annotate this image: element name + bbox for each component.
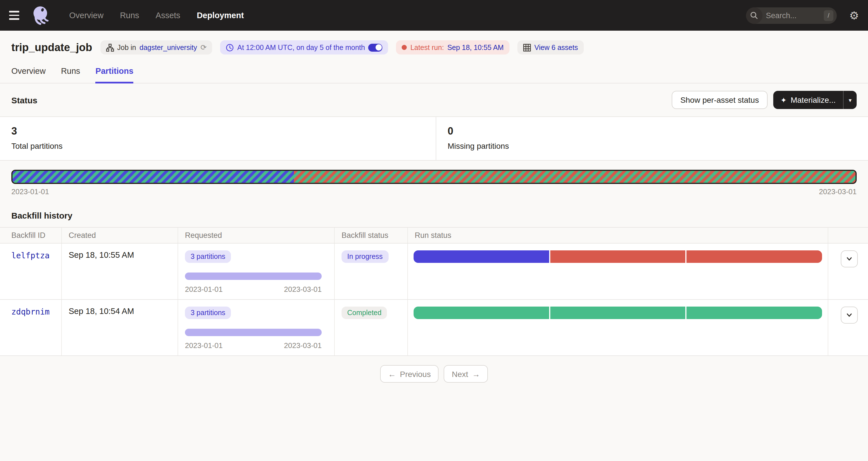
sparkle-icon: ✦: [780, 96, 786, 104]
col-created: Created: [61, 228, 178, 243]
expand-row-button[interactable]: [841, 307, 858, 324]
tab-overview[interactable]: Overview: [11, 66, 46, 83]
arrow-right-icon: →: [472, 369, 480, 378]
backfill-history-heading: Backfill history: [11, 211, 857, 220]
status-section-header: Status Show per-asset status ✦ Materiali…: [0, 83, 868, 116]
partition-status-bar[interactable]: [11, 170, 857, 184]
backfill-status-badge: Completed: [342, 307, 387, 319]
nav-item-runs[interactable]: Runs: [120, 11, 139, 20]
view-assets-badge: View 6 assets: [517, 40, 584, 55]
requested-range-bar: [185, 329, 322, 336]
run-segment-blue[interactable]: [413, 250, 549, 263]
requested-cell: 3 partitions 2023-01-01 2023-03-01: [178, 300, 334, 355]
col-backfill-id: Backfill ID: [0, 228, 61, 243]
previous-page-button[interactable]: ← Previous: [380, 365, 439, 383]
search-icon: [746, 7, 763, 24]
requested-end-date: 2023-03-01: [284, 285, 322, 293]
run-status-bar[interactable]: [413, 307, 822, 319]
requested-end-date: 2023-03-01: [284, 341, 322, 350]
partition-range-start: 2023-01-01: [11, 188, 49, 196]
job-location-badge: Job in dagster_university ⟳: [100, 40, 212, 55]
materialize-split-button: ✦ Materialize... ▾: [773, 91, 857, 109]
tab-runs[interactable]: Runs: [61, 66, 80, 83]
partition-overview: 2023-01-01 2023-03-01: [0, 161, 868, 196]
view-assets-link[interactable]: View 6 assets: [534, 44, 578, 51]
latest-run-badge: Latest run: Sep 18, 10:55 AM: [396, 40, 509, 55]
arrow-left-icon: ←: [388, 369, 396, 378]
partition-segment-inprogress-success[interactable]: [12, 171, 294, 183]
partitions-count-badge: 3 partitions: [185, 250, 231, 263]
materialize-dropdown-button[interactable]: ▾: [843, 91, 857, 109]
requested-start-date: 2023-01-01: [185, 341, 223, 350]
actions-cell: [828, 300, 868, 355]
stat-missing-partitions: 0 Missing partitions: [436, 117, 868, 160]
schedule-toggle[interactable]: [369, 44, 383, 51]
partitions-count-badge: 3 partitions: [185, 307, 231, 319]
search-placeholder: Search...: [766, 11, 824, 20]
backfill-id-link[interactable]: lelfptza: [11, 251, 50, 260]
settings-gear-icon[interactable]: ⚙: [849, 10, 859, 21]
missing-partitions-label: Missing partitions: [447, 141, 857, 150]
job-graph-icon: [106, 44, 114, 51]
job-header: trip_update_job Job in dagster_universit…: [0, 31, 868, 55]
run-failure-dot-icon: [402, 45, 407, 50]
menu-icon[interactable]: [9, 9, 24, 22]
dagster-app: Overview Runs Assets Deployment Search..…: [0, 0, 868, 461]
nav-item-overview[interactable]: Overview: [69, 11, 103, 20]
materialize-button[interactable]: ✦ Materialize...: [773, 91, 843, 109]
show-per-asset-status-button[interactable]: Show per-asset status: [672, 91, 767, 109]
job-tabs: Overview Runs Partitions: [0, 66, 868, 83]
latest-run-time-link[interactable]: Sep 18, 10:55 AM: [447, 44, 504, 51]
run-segment-green[interactable]: [413, 307, 549, 319]
created-cell: Sep 18, 10:55 AM: [61, 243, 178, 299]
backfill-table: Backfill ID Created Requested Backfill s…: [0, 227, 868, 356]
next-page-button[interactable]: Next →: [444, 365, 488, 383]
main-nav: Overview Runs Assets Deployment: [69, 11, 244, 20]
nav-item-assets[interactable]: Assets: [156, 11, 180, 20]
status-heading: Status: [11, 95, 37, 105]
job-in-label: Job in: [117, 44, 136, 51]
col-actions: [828, 228, 868, 243]
search-input[interactable]: Search... /: [746, 7, 837, 24]
expand-row-button[interactable]: [841, 250, 858, 267]
table-row: zdqbrnim Sep 18, 10:54 AM 3 partitions 2…: [0, 300, 868, 356]
col-requested: Requested: [178, 228, 334, 243]
assets-grid-icon: [523, 44, 531, 51]
created-cell: Sep 18, 10:54 AM: [61, 300, 178, 355]
col-run-status: Run status: [407, 228, 828, 243]
run-status-bar[interactable]: [413, 250, 822, 263]
schedule-badge: At 12:00 AM UTC, on day 5 of the month: [220, 40, 388, 55]
clock-icon: [226, 44, 234, 51]
page-title: trip_update_job: [11, 41, 92, 54]
col-backfill-status: Backfill status: [334, 228, 407, 243]
latest-run-label: Latest run:: [410, 44, 444, 51]
run-status-cell: [407, 300, 828, 355]
total-partitions-label: Total partitions: [11, 141, 424, 150]
partition-stats: 3 Total partitions 0 Missing partitions: [0, 116, 868, 161]
top-nav: Overview Runs Assets Deployment Search..…: [0, 0, 868, 31]
search-shortcut-key: /: [824, 10, 833, 21]
reload-icon[interactable]: ⟳: [200, 43, 207, 52]
chevron-down-icon: [845, 255, 853, 263]
requested-start-date: 2023-01-01: [185, 285, 223, 293]
nav-item-deployment[interactable]: Deployment: [197, 11, 244, 20]
run-segment-red[interactable]: [550, 250, 685, 263]
partition-range-end: 2023-03-01: [819, 188, 857, 196]
partition-segment-failed-success[interactable]: [294, 171, 856, 183]
run-segment-green[interactable]: [687, 307, 822, 319]
missing-partitions-value: 0: [447, 125, 857, 137]
table-row: lelfptza Sep 18, 10:55 AM 3 partitions 2…: [0, 243, 868, 300]
repo-link[interactable]: dagster_university: [140, 44, 197, 51]
run-segment-green[interactable]: [550, 307, 685, 319]
chevron-down-icon: [845, 311, 853, 319]
pagination: ← Previous Next →: [0, 365, 868, 383]
run-status-cell: [407, 243, 828, 299]
tab-partitions[interactable]: Partitions: [96, 66, 134, 83]
dagster-logo-icon[interactable]: [32, 5, 52, 26]
backfill-table-header: Backfill ID Created Requested Backfill s…: [0, 228, 868, 243]
backfill-id-link[interactable]: zdqbrnim: [11, 307, 50, 316]
actions-cell: [828, 243, 868, 299]
run-segment-red[interactable]: [687, 250, 822, 263]
backfill-status-badge: In progress: [342, 250, 388, 263]
total-partitions-value: 3: [11, 125, 424, 137]
